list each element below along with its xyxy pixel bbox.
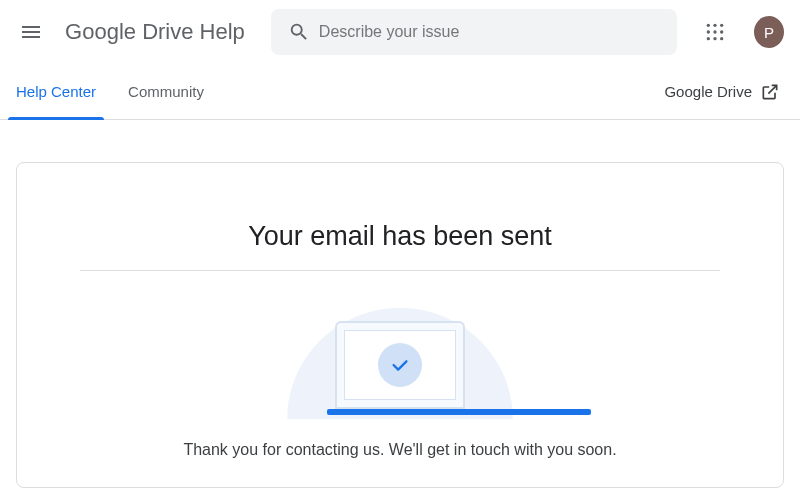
google-drive-link[interactable]: Google Drive [660, 82, 784, 102]
checkmark-icon [389, 354, 411, 376]
success-illustration [268, 289, 532, 419]
search-box[interactable] [271, 9, 677, 55]
tabs-row: Help Center Community Google Drive [0, 64, 800, 120]
divider [80, 270, 720, 271]
tab-label: Community [128, 83, 204, 100]
menu-button[interactable] [8, 8, 53, 56]
svg-point-2 [720, 24, 723, 27]
top-header: Google Drive Help P [0, 0, 800, 64]
svg-point-8 [720, 37, 723, 40]
product-title: Google Drive Help [65, 19, 245, 45]
apps-grid-icon [705, 22, 725, 42]
avatar-initial: P [764, 24, 774, 41]
hamburger-icon [19, 20, 43, 44]
card-message: Thank you for contacting us. We'll get i… [57, 441, 743, 459]
search-input[interactable] [319, 9, 669, 55]
search-icon [279, 12, 319, 52]
svg-point-7 [714, 37, 717, 40]
svg-point-0 [707, 24, 710, 27]
tab-community[interactable]: Community [112, 64, 220, 119]
svg-point-5 [720, 30, 723, 33]
content-area: Your email has been sent Thank you for c… [0, 120, 800, 488]
tab-label: Help Center [16, 83, 96, 100]
svg-point-6 [707, 37, 710, 40]
tab-help-center[interactable]: Help Center [0, 64, 112, 119]
google-apps-button[interactable] [693, 8, 738, 56]
external-link-icon [760, 82, 780, 102]
card-title: Your email has been sent [57, 221, 743, 252]
confirmation-card: Your email has been sent Thank you for c… [16, 162, 784, 488]
account-avatar[interactable]: P [754, 16, 784, 48]
svg-point-3 [707, 30, 710, 33]
svg-point-1 [714, 24, 717, 27]
drive-link-label: Google Drive [664, 83, 752, 100]
svg-point-4 [714, 30, 717, 33]
